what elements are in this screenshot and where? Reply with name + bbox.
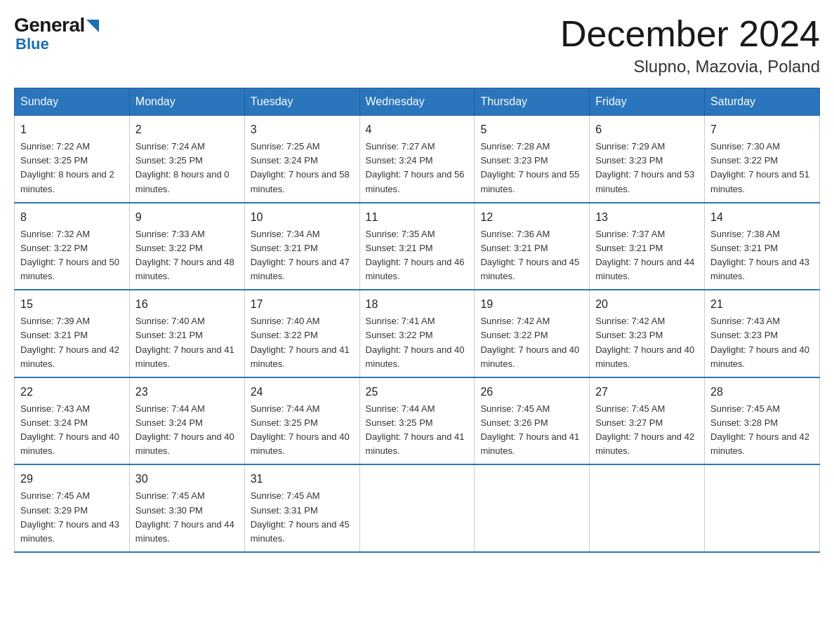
day-number: 1 xyxy=(20,121,124,138)
calendar-cell: 6Sunrise: 7:29 AMSunset: 3:23 PMDaylight… xyxy=(590,116,705,203)
calendar-week-row: 22Sunrise: 7:43 AMSunset: 3:24 PMDayligh… xyxy=(15,377,820,465)
day-number: 15 xyxy=(20,296,124,313)
calendar-cell: 27Sunrise: 7:45 AMSunset: 3:27 PMDayligh… xyxy=(590,377,705,465)
day-info: Sunrise: 7:45 AMSunset: 3:29 PMDaylight:… xyxy=(20,489,124,546)
header-saturday: Saturday xyxy=(705,88,820,116)
calendar-cell: 11Sunrise: 7:35 AMSunset: 3:21 PMDayligh… xyxy=(359,203,475,290)
day-number: 11 xyxy=(366,209,469,226)
day-info: Sunrise: 7:45 AMSunset: 3:26 PMDaylight:… xyxy=(480,402,583,459)
day-number: 3 xyxy=(251,121,354,138)
logo-general: General xyxy=(14,14,99,38)
day-info: Sunrise: 7:37 AMSunset: 3:21 PMDaylight:… xyxy=(595,227,699,284)
calendar-cell: 23Sunrise: 7:44 AMSunset: 3:24 PMDayligh… xyxy=(129,377,244,465)
day-info: Sunrise: 7:24 AMSunset: 3:25 PMDaylight:… xyxy=(135,140,239,196)
day-number: 5 xyxy=(480,121,583,138)
calendar-cell: 19Sunrise: 7:42 AMSunset: 3:22 PMDayligh… xyxy=(475,290,590,377)
calendar-cell: 18Sunrise: 7:41 AMSunset: 3:22 PMDayligh… xyxy=(359,290,475,377)
day-number: 19 xyxy=(480,296,583,313)
day-info: Sunrise: 7:45 AMSunset: 3:31 PMDaylight:… xyxy=(251,489,354,546)
day-info: Sunrise: 7:35 AMSunset: 3:21 PMDaylight:… xyxy=(366,227,469,284)
day-info: Sunrise: 7:44 AMSunset: 3:25 PMDaylight:… xyxy=(251,402,354,459)
title-block: December 2024 Slupno, Mazovia, Poland xyxy=(560,14,820,76)
day-number: 4 xyxy=(366,121,469,138)
calendar-cell: 20Sunrise: 7:42 AMSunset: 3:23 PMDayligh… xyxy=(590,290,705,377)
calendar-cell: 1Sunrise: 7:22 AMSunset: 3:25 PMDaylight… xyxy=(15,116,130,203)
day-number: 20 xyxy=(595,296,699,313)
header-tuesday: Tuesday xyxy=(244,88,359,116)
svg-marker-0 xyxy=(86,20,99,32)
calendar-cell: 4Sunrise: 7:27 AMSunset: 3:24 PMDaylight… xyxy=(359,116,475,203)
day-number: 18 xyxy=(366,296,469,313)
day-info: Sunrise: 7:44 AMSunset: 3:24 PMDaylight:… xyxy=(135,402,239,459)
day-number: 29 xyxy=(20,471,124,488)
day-info: Sunrise: 7:45 AMSunset: 3:30 PMDaylight:… xyxy=(135,489,239,546)
day-number: 8 xyxy=(20,209,124,226)
calendar-cell: 30Sunrise: 7:45 AMSunset: 3:30 PMDayligh… xyxy=(129,464,244,552)
calendar-cell: 3Sunrise: 7:25 AMSunset: 3:24 PMDaylight… xyxy=(244,116,359,203)
header-sunday: Sunday xyxy=(15,88,130,116)
calendar-cell: 17Sunrise: 7:40 AMSunset: 3:22 PMDayligh… xyxy=(244,290,359,377)
day-number: 13 xyxy=(595,209,699,226)
day-info: Sunrise: 7:40 AMSunset: 3:21 PMDaylight:… xyxy=(135,314,239,371)
header-friday: Friday xyxy=(590,88,705,116)
calendar-cell xyxy=(475,464,590,552)
calendar-cell: 25Sunrise: 7:44 AMSunset: 3:25 PMDayligh… xyxy=(359,377,475,465)
day-info: Sunrise: 7:42 AMSunset: 3:23 PMDaylight:… xyxy=(595,314,699,371)
calendar-cell: 14Sunrise: 7:38 AMSunset: 3:21 PMDayligh… xyxy=(705,203,820,290)
day-number: 2 xyxy=(135,121,239,138)
calendar-cell: 7Sunrise: 7:30 AMSunset: 3:22 PMDaylight… xyxy=(705,116,820,203)
day-number: 17 xyxy=(251,296,354,313)
day-info: Sunrise: 7:39 AMSunset: 3:21 PMDaylight:… xyxy=(20,314,124,371)
calendar-cell: 8Sunrise: 7:32 AMSunset: 3:22 PMDaylight… xyxy=(15,203,130,290)
calendar-table: SundayMondayTuesdayWednesdayThursdayFrid… xyxy=(14,88,820,553)
day-number: 28 xyxy=(710,384,814,401)
day-number: 6 xyxy=(595,121,699,138)
day-number: 9 xyxy=(135,209,239,226)
logo-blue: Blue xyxy=(15,35,49,53)
day-number: 10 xyxy=(251,209,354,226)
day-number: 21 xyxy=(710,296,814,313)
day-number: 12 xyxy=(480,209,583,226)
day-info: Sunrise: 7:30 AMSunset: 3:22 PMDaylight:… xyxy=(710,140,814,196)
day-info: Sunrise: 7:45 AMSunset: 3:28 PMDaylight:… xyxy=(710,402,814,459)
page-subtitle: Slupno, Mazovia, Poland xyxy=(560,57,820,76)
day-info: Sunrise: 7:40 AMSunset: 3:22 PMDaylight:… xyxy=(251,314,354,371)
day-number: 26 xyxy=(480,384,583,401)
day-info: Sunrise: 7:44 AMSunset: 3:25 PMDaylight:… xyxy=(366,402,469,459)
calendar-week-row: 29Sunrise: 7:45 AMSunset: 3:29 PMDayligh… xyxy=(15,464,820,552)
day-number: 23 xyxy=(135,384,239,401)
day-number: 24 xyxy=(251,384,354,401)
calendar-cell: 13Sunrise: 7:37 AMSunset: 3:21 PMDayligh… xyxy=(590,203,705,290)
calendar-cell: 9Sunrise: 7:33 AMSunset: 3:22 PMDaylight… xyxy=(129,203,244,290)
day-info: Sunrise: 7:32 AMSunset: 3:22 PMDaylight:… xyxy=(20,227,124,284)
header-wednesday: Wednesday xyxy=(359,88,475,116)
day-info: Sunrise: 7:22 AMSunset: 3:25 PMDaylight:… xyxy=(20,140,124,196)
page-header: General Blue December 2024 Slupno, Mazov… xyxy=(14,14,820,76)
day-info: Sunrise: 7:43 AMSunset: 3:23 PMDaylight:… xyxy=(710,314,814,371)
calendar-cell: 15Sunrise: 7:39 AMSunset: 3:21 PMDayligh… xyxy=(15,290,130,377)
calendar-cell: 28Sunrise: 7:45 AMSunset: 3:28 PMDayligh… xyxy=(705,377,820,465)
calendar-cell: 31Sunrise: 7:45 AMSunset: 3:31 PMDayligh… xyxy=(244,464,359,552)
day-number: 30 xyxy=(135,471,239,488)
day-number: 22 xyxy=(20,384,124,401)
day-number: 25 xyxy=(366,384,469,401)
day-info: Sunrise: 7:28 AMSunset: 3:23 PMDaylight:… xyxy=(480,140,583,196)
calendar-cell: 12Sunrise: 7:36 AMSunset: 3:21 PMDayligh… xyxy=(475,203,590,290)
day-number: 31 xyxy=(251,471,354,488)
day-info: Sunrise: 7:27 AMSunset: 3:24 PMDaylight:… xyxy=(366,140,469,196)
day-info: Sunrise: 7:43 AMSunset: 3:24 PMDaylight:… xyxy=(20,402,124,459)
calendar-cell: 2Sunrise: 7:24 AMSunset: 3:25 PMDaylight… xyxy=(129,116,244,203)
header-monday: Monday xyxy=(129,88,244,116)
calendar-week-row: 1Sunrise: 7:22 AMSunset: 3:25 PMDaylight… xyxy=(15,116,820,203)
calendar-cell: 5Sunrise: 7:28 AMSunset: 3:23 PMDaylight… xyxy=(475,116,590,203)
day-info: Sunrise: 7:29 AMSunset: 3:23 PMDaylight:… xyxy=(595,140,699,196)
calendar-week-row: 15Sunrise: 7:39 AMSunset: 3:21 PMDayligh… xyxy=(15,290,820,377)
day-number: 27 xyxy=(595,384,699,401)
calendar-header-row: SundayMondayTuesdayWednesdayThursdayFrid… xyxy=(15,88,820,116)
day-info: Sunrise: 7:45 AMSunset: 3:27 PMDaylight:… xyxy=(595,402,699,459)
calendar-cell xyxy=(359,464,475,552)
calendar-cell xyxy=(590,464,705,552)
header-thursday: Thursday xyxy=(475,88,590,116)
day-info: Sunrise: 7:33 AMSunset: 3:22 PMDaylight:… xyxy=(135,227,239,284)
day-info: Sunrise: 7:38 AMSunset: 3:21 PMDaylight:… xyxy=(710,227,814,284)
